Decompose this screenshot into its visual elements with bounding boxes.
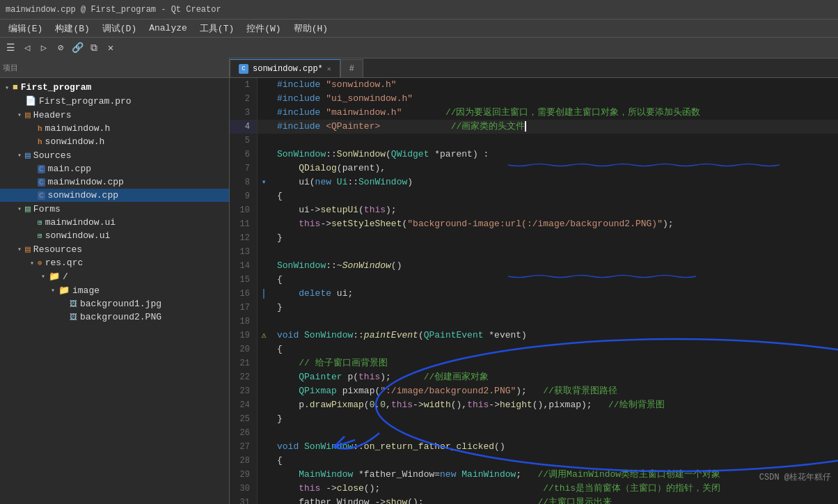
toolbar-btn-2[interactable]: ◁ <box>19 40 35 56</box>
code-line-25: 25 } <box>230 412 838 426</box>
label-sonwindow-ui: sonwindow.ui <box>45 230 111 241</box>
icon-sonwindow-h: h <box>38 138 42 146</box>
menu-analyze[interactable]: Analyze <box>143 22 193 35</box>
menu-tools[interactable]: 工具(T) <box>194 21 239 36</box>
label-background1: background1.jpg <box>80 299 161 309</box>
icon-first-program: ■ <box>13 82 18 93</box>
icon-res-qrc: ⊛ <box>38 258 42 267</box>
tab-hash[interactable]: # <box>340 59 363 77</box>
icon-headers: ▤ <box>25 109 31 120</box>
code-line-16: 16 | delete ui; <box>230 287 838 301</box>
tree-item-background1[interactable]: 🖼 background1.jpg <box>0 297 229 310</box>
code-line-28: 28 { <box>230 454 838 468</box>
menu-help[interactable]: 帮助(H) <box>288 21 333 36</box>
label-headers: Headers <box>33 110 72 120</box>
label-mainwindow-ui: mainwindow.ui <box>45 217 116 228</box>
tree-item-sonwindow-cpp[interactable]: C sonwindow.cpp <box>0 189 229 202</box>
code-editor[interactable]: 1 #include "sonwindow.h" 2 #include "ui_… <box>230 78 838 504</box>
label-sources: Sources <box>33 150 72 161</box>
label-forms: Forms <box>33 204 61 214</box>
label-pro: First_program.pro <box>39 96 132 107</box>
label-first-program: First_program <box>21 82 91 93</box>
tree-item-forms[interactable]: ▾ ▤ Forms <box>0 202 229 216</box>
toolbar-btn-close[interactable]: ✕ <box>103 40 118 56</box>
icon-pro: 📄 <box>25 95 36 107</box>
toolbar-btn-split[interactable]: ⧉ <box>86 40 102 56</box>
arrow-headers: ▾ <box>14 111 25 119</box>
label-main-cpp: main.cpp <box>48 164 91 174</box>
icon-mainwindow-cpp: C <box>38 178 45 187</box>
code-line-10: 10 ui->setupUi(this); <box>230 203 838 217</box>
menubar: 编辑(E) 构建(B) 调试(D) Analyze 工具(T) 控件(W) 帮助… <box>0 19 838 38</box>
code-line-13: 13 <box>230 245 838 259</box>
menu-edit[interactable]: 编辑(E) <box>3 21 48 36</box>
tree-item-main-cpp[interactable]: C main.cpp <box>0 162 229 175</box>
menu-controls[interactable]: 控件(W) <box>241 21 286 36</box>
file-tree: ▾ ■ First_program 📄 First_program.pro ▾ … <box>0 78 229 326</box>
icon-resources: ▤ <box>25 244 31 255</box>
tree-item-slash[interactable]: ▾ 📁 / <box>0 269 229 283</box>
code-line-24: 24 p.drawPixmap(0,0,this->width(),this->… <box>230 398 838 412</box>
code-line-8: 8 ▾ ui(new Ui::SonWindow) <box>230 175 838 189</box>
tree-item-resources[interactable]: ▾ ▤ Resources <box>0 242 229 256</box>
label-sonwindow-cpp: sonwindow.cpp <box>48 190 118 200</box>
tree-item-image[interactable]: ▾ 📁 image <box>0 283 229 297</box>
titlebar-text: mainwindow.cpp @ First_program - Qt Crea… <box>6 5 221 15</box>
icon-forms: ▤ <box>25 203 31 214</box>
main-layout: ▾ ■ First_program 📄 First_program.pro ▾ … <box>0 78 838 504</box>
sidebar: ▾ ■ First_program 📄 First_program.pro ▾ … <box>0 78 230 504</box>
icon-background2: 🖼 <box>70 313 77 322</box>
code-line-18: 18 <box>230 315 838 329</box>
label-res-qrc: res.qrc <box>45 258 84 268</box>
tab-hash-label: # <box>349 64 354 74</box>
label-image: image <box>72 285 100 296</box>
code-line-30: 30 this ->close(); //this是当前窗体（主窗口）的指针，关… <box>230 482 838 496</box>
tree-item-sonwindow-ui[interactable]: ⊞ sonwindow.ui <box>0 229 229 242</box>
code-line-5: 5 <box>230 134 838 148</box>
tab-sonwindow-label: sonwindow.cpp* <box>253 64 323 74</box>
code-content: 1 #include "sonwindow.h" 2 #include "ui_… <box>230 78 838 504</box>
code-line-2: 2 #include "ui_sonwindow.h" <box>230 92 838 106</box>
tab-close-btn[interactable]: ✕ <box>327 65 331 73</box>
toolbar-btn-link[interactable]: 🔗 <box>70 40 85 56</box>
code-line-26: 26 <box>230 426 838 440</box>
tree-item-mainwindow-cpp[interactable]: C mainwindow.cpp <box>0 175 229 189</box>
menu-build[interactable]: 构建(B) <box>49 21 95 36</box>
tree-item-pro[interactable]: 📄 First_program.pro <box>0 94 229 108</box>
icon-sonwindow-ui: ⊞ <box>38 231 42 240</box>
tree-item-sources[interactable]: ▾ ▤ Sources <box>0 148 229 162</box>
code-line-15: 15 { <box>230 273 838 287</box>
toolbar-btn-1[interactable]: ☰ <box>3 40 18 56</box>
code-line-7: 7 QDialog(parent), <box>230 162 838 175</box>
tabbar: 项目 C sonwindow.cpp* ✕ # <box>0 58 838 78</box>
tree-item-mainwindow-ui[interactable]: ⊞ mainwindow.ui <box>0 216 229 229</box>
icon-mainwindow-h: h <box>38 125 42 133</box>
titlebar: mainwindow.cpp @ First_program - Qt Crea… <box>0 0 838 19</box>
arrow-image: ▾ <box>47 286 58 294</box>
tree-item-res-qrc[interactable]: ▾ ⊛ res.qrc <box>0 256 229 269</box>
code-line-14: 14 SonWindow::~SonWindow() <box>230 259 838 273</box>
label-mainwindow-cpp: mainwindow.cpp <box>48 177 124 187</box>
icon-slash: 📁 <box>49 271 60 282</box>
code-line-27: 27 void SonWindow::on_return_father_clic… <box>230 440 838 454</box>
toolbar-btn-filter[interactable]: ⊘ <box>53 40 68 56</box>
tab-sonwindow[interactable]: C sonwindow.cpp* ✕ <box>230 59 340 77</box>
arrow-sources: ▾ <box>14 151 25 159</box>
tree-item-background2[interactable]: 🖼 background2.PNG <box>0 310 229 324</box>
code-line-1: 1 #include "sonwindow.h" <box>230 78 838 92</box>
tree-item-mainwindow-h[interactable]: h mainwindow.h <box>0 122 229 135</box>
toolbar: ☰ ◁ ▷ ⊘ 🔗 ⧉ ✕ <box>0 38 838 58</box>
code-line-3: 3 #include "mainwindow.h" //因为要返回主窗口，需要创… <box>230 106 838 120</box>
menu-debug[interactable]: 调试(D) <box>97 21 142 36</box>
icon-sonwindow-cpp: C <box>38 191 45 200</box>
arrow-resources: ▾ <box>14 245 25 253</box>
code-line-12: 12 } <box>230 231 838 245</box>
tree-item-sonwindow-h[interactable]: h sonwindow.h <box>0 135 229 148</box>
tree-item-first-program[interactable]: ▾ ■ First_program <box>0 81 229 94</box>
label-resources: Resources <box>33 244 82 255</box>
code-line-21: 21 // 给子窗口画背景图 <box>230 356 838 370</box>
icon-main-cpp: C <box>38 165 45 173</box>
tree-item-headers[interactable]: ▾ ▤ Headers <box>0 108 229 122</box>
toolbar-btn-3[interactable]: ▷ <box>36 40 52 56</box>
code-line-17: 17 } <box>230 301 838 315</box>
